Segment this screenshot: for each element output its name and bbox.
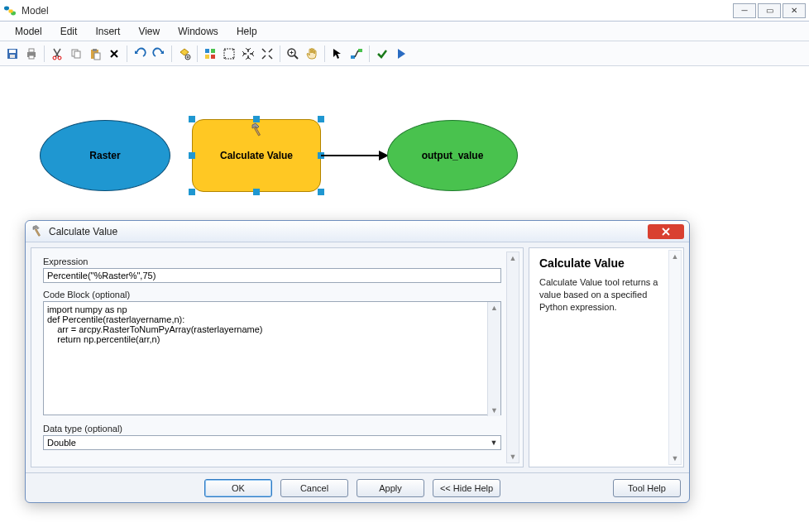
modelbuilder-icon: [3, 4, 17, 17]
svg-rect-14: [93, 49, 97, 51]
svg-point-10: [58, 56, 61, 60]
close-button[interactable]: ✕: [783, 3, 806, 18]
separator: [127, 46, 127, 62]
svg-rect-4: [9, 50, 16, 53]
save-button[interactable]: [3, 45, 22, 63]
dialog-title: Calculate Value: [49, 226, 117, 237]
dialog-body: Expression Code Block (optional) ▲ ▼ Dat…: [26, 242, 689, 472]
redo-button[interactable]: [150, 45, 168, 63]
codeblock-scrollbar[interactable]: ▲ ▼: [487, 302, 500, 416]
calculate-value-dialog: Calculate Value Expression Code Block (o…: [25, 220, 690, 503]
svg-rect-12: [74, 51, 80, 58]
scroll-up-icon[interactable]: ▲: [669, 251, 681, 262]
dialog-titlebar[interactable]: Calculate Value: [26, 221, 689, 242]
selection-handle[interactable]: [318, 189, 324, 195]
menu-windows[interactable]: Windows: [170, 23, 227, 40]
svg-rect-20: [211, 55, 215, 59]
scroll-down-icon[interactable]: ▼: [488, 405, 500, 416]
svg-rect-7: [29, 49, 34, 52]
zoom-in-step-button[interactable]: [239, 45, 257, 63]
selection-handle[interactable]: [189, 152, 195, 159]
autolayout-button[interactable]: [201, 45, 219, 63]
scroll-up-icon[interactable]: ▲: [507, 252, 519, 264]
copy-button[interactable]: [67, 45, 85, 63]
toolbar: [0, 41, 809, 66]
select-button[interactable]: [328, 45, 347, 63]
menu-edit[interactable]: Edit: [52, 23, 86, 40]
connector-arrow: [321, 149, 389, 162]
tool-help-button[interactable]: Tool Help: [613, 479, 681, 497]
restore-button[interactable]: ▭: [758, 3, 781, 18]
window-titlebar: Model ─ ▭ ✕: [0, 0, 809, 22]
datatype-select[interactable]: ▼: [43, 435, 501, 450]
ok-button[interactable]: OK: [204, 479, 272, 497]
cancel-button[interactable]: Cancel: [280, 479, 348, 497]
codeblock-input[interactable]: [43, 301, 501, 415]
expression-label: Expression: [43, 256, 501, 266]
cut-button[interactable]: [48, 45, 66, 63]
selection-handle[interactable]: [189, 116, 195, 122]
dialog-left-panel: Expression Code Block (optional) ▲ ▼ Dat…: [31, 247, 524, 467]
pan-button[interactable]: [303, 45, 321, 63]
window-title: Model: [22, 5, 49, 17]
leftpanel-scrollbar[interactable]: ▲ ▼: [506, 252, 519, 463]
zoom-out-step-button[interactable]: [258, 45, 276, 63]
hide-help-button[interactable]: << Hide Help: [433, 479, 500, 497]
help-heading: Calculate Value: [539, 256, 665, 270]
svg-rect-15: [94, 53, 100, 60]
selection-handle[interactable]: [189, 189, 195, 195]
close-icon: [662, 228, 670, 236]
datatype-label: Data type (optional): [43, 424, 501, 434]
separator: [171, 46, 172, 62]
add-data-button[interactable]: [175, 45, 194, 63]
svg-rect-23: [351, 55, 355, 59]
minimize-button[interactable]: ─: [733, 3, 756, 18]
scroll-up-icon[interactable]: ▲: [488, 302, 500, 314]
svg-rect-18: [211, 49, 215, 53]
undo-button[interactable]: [131, 45, 149, 63]
datatype-value[interactable]: [43, 435, 501, 450]
svg-rect-24: [358, 49, 362, 52]
connect-button[interactable]: [347, 45, 366, 63]
zoom-in-button[interactable]: [284, 45, 302, 63]
full-extent-button[interactable]: [220, 45, 238, 63]
svg-rect-5: [10, 55, 15, 58]
selection-handle[interactable]: [318, 116, 324, 122]
scroll-down-icon[interactable]: ▼: [507, 451, 519, 463]
expression-input[interactable]: [43, 268, 501, 283]
svg-rect-19: [205, 55, 209, 59]
separator: [280, 46, 280, 62]
node-label: Calculate Value: [220, 150, 293, 161]
menu-help[interactable]: Help: [228, 23, 266, 40]
hammer-icon: [31, 225, 44, 238]
print-button[interactable]: [22, 45, 41, 63]
paste-button[interactable]: [86, 45, 104, 63]
menu-insert[interactable]: Insert: [87, 23, 128, 40]
helppanel-scrollbar[interactable]: ▲ ▼: [668, 250, 682, 465]
separator: [197, 46, 198, 62]
selection-handle[interactable]: [253, 116, 260, 122]
dialog-close-button[interactable]: [648, 224, 684, 239]
node-calculate-value[interactable]: Calculate Value: [192, 119, 321, 192]
svg-point-0: [4, 6, 9, 10]
svg-rect-27: [35, 228, 40, 236]
separator: [324, 46, 325, 62]
help-body: Calculate Value tool returns a value bas…: [539, 276, 665, 314]
svg-point-9: [53, 56, 56, 60]
scroll-down-icon[interactable]: ▼: [669, 453, 681, 464]
codeblock-label: Code Block (optional): [43, 290, 501, 300]
hammer-icon: [249, 122, 266, 139]
selection-handle[interactable]: [253, 189, 260, 195]
node-label: output_value: [422, 150, 484, 161]
node-output-value[interactable]: output_value: [387, 120, 518, 191]
dialog-button-bar: OK Cancel Apply << Hide Help Tool Help: [26, 472, 689, 502]
svg-rect-2: [9, 9, 13, 12]
menu-model[interactable]: Model: [7, 23, 50, 40]
chevron-down-icon[interactable]: ▼: [488, 437, 500, 448]
delete-button[interactable]: [105, 45, 123, 63]
validate-button[interactable]: [373, 45, 391, 63]
run-button[interactable]: [392, 45, 410, 63]
menu-view[interactable]: View: [130, 23, 168, 40]
node-raster[interactable]: Raster: [40, 120, 170, 191]
apply-button[interactable]: Apply: [357, 479, 424, 497]
